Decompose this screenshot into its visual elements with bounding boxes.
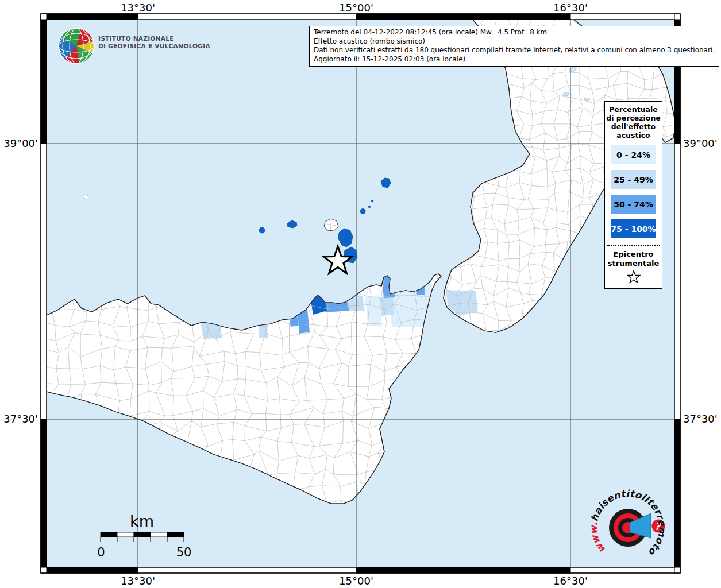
epicenter-star-icon — [627, 269, 641, 284]
scale-bar-start: 0 — [97, 546, 105, 559]
event-data-note: Dati non verificati estratti da 180 ques… — [314, 46, 715, 55]
axis-label-right-2: 37°30' — [683, 413, 718, 425]
institute-name-line1: ISTITUTO NAZIONALE — [98, 35, 210, 42]
scale-bar-unit: km — [130, 512, 154, 530]
ingv-logo — [56, 26, 97, 66]
axis-label-bottom-1: 13°30' — [121, 575, 155, 587]
legend-class-75-100: 75 - 100% — [611, 219, 656, 238]
axis-label-left-1: 39°00' — [0, 137, 38, 149]
institute-name-line2: DI GEOFISICA E VULCANOLOGIA — [98, 42, 210, 50]
legend-class-25-49: 25 - 49% — [611, 170, 656, 189]
legend-class-50-74: 50 - 74% — [611, 195, 656, 214]
legend-class-0-24: 0 - 24% — [611, 145, 656, 164]
axis-label-right-1: 39°00' — [683, 137, 718, 149]
event-info-box: Terremoto del 04-12-2022 08:12:45 (ora l… — [309, 26, 719, 67]
legend-title: Percentuale di percezione dell'effetto a… — [606, 105, 661, 140]
axis-label-bottom-2: 15°00' — [339, 575, 373, 587]
axis-label-left-2: 37°30' — [0, 413, 38, 425]
page: { "header": { "institute_name_line1": "I… — [0, 0, 721, 588]
axis-label-top-1: 13°30' — [121, 2, 155, 14]
event-summary: Terremoto del 04-12-2022 08:12:45 (ora l… — [314, 28, 715, 37]
axis-label-top-2: 15°00' — [339, 2, 373, 14]
scale-bar-end: 50 — [176, 546, 192, 559]
axis-label-bottom-3: 16°30' — [553, 575, 588, 587]
legend-divider — [607, 245, 660, 246]
event-effect: Effetto acustico (rombo sismico) — [314, 37, 715, 47]
legend-epicenter-label: Epicentro strumentale — [605, 250, 662, 268]
institute-name: ISTITUTO NAZIONALE DI GEOFISICA E VULCAN… — [98, 35, 210, 50]
axis-label-top-3: 16°30' — [553, 2, 588, 14]
event-updated: Aggiornato il: 15-12-2025 02:03 (ora loc… — [314, 55, 715, 64]
ustica-island — [84, 195, 88, 199]
map-canvas: km 0 50 ? www.haisentitoilterremoto.it — [0, 0, 721, 588]
legend: Percentuale di percezione dell'effetto a… — [604, 101, 662, 289]
